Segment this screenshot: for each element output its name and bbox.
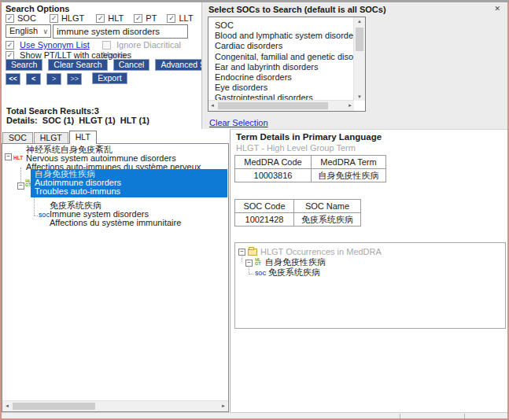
tree-node-hlt[interactable]: 神经系统自身免疫紊乱 Nervous system autoimmune dis…: [26, 146, 201, 171]
occurrences-soc-label[interactable]: 免疫系统疾病: [268, 267, 320, 277]
collapse-icon[interactable]: −: [5, 153, 12, 160]
scrollbar-thumb[interactable]: [218, 102, 328, 109]
scroll-left-icon[interactable]: ◄: [210, 103, 215, 108]
list-item[interactable]: Blood and lymphatic system disorders: [215, 31, 353, 41]
list-item[interactable]: Gastrointestinal disorders: [215, 93, 353, 100]
checkbox-checked-icon[interactable]: ✓: [6, 51, 14, 60]
search-buttons-row: Search Clear Search Cancel Advanced Sear…: [6, 59, 231, 71]
folder-icon: [248, 249, 257, 256]
soc-selection-panel: Select SOCs to Search (default is all SO…: [201, 2, 507, 129]
table-row: 10003816 自身免疫性疾病: [235, 169, 386, 182]
hlgt-icon-line2: GT: [255, 262, 261, 266]
tree-connector: [34, 197, 35, 216]
soc-panel-title: Select SOCs to Search (default is all SO…: [208, 5, 386, 14]
soc-code-table: SOC Code SOC Name 10021428 免疫系统疾病: [234, 199, 361, 227]
list-item[interactable]: Congenital, familial and genetic disorde…: [215, 52, 353, 62]
vertical-scrollbar[interactable]: ▲ ▼: [353, 17, 365, 101]
list-item[interactable]: Cardiac disorders: [215, 41, 353, 51]
scroll-left-icon[interactable]: ◄: [5, 403, 9, 408]
soc-code-cell: 10021428: [235, 213, 294, 227]
details-title: Term Details in Primary Language: [236, 132, 382, 142]
scroll-up-icon[interactable]: ▲: [354, 19, 365, 24]
cancel-button[interactable]: Cancel: [113, 59, 150, 71]
results-details-text: Details: SOC (1) HLGT (1) HLT (1): [6, 116, 149, 126]
list-item[interactable]: Endocrine disorders: [215, 72, 353, 83]
status-bar-divider: [464, 414, 465, 418]
checkbox-pt[interactable]: ✓PT: [134, 13, 157, 23]
checkbox-checked-icon[interactable]: ✓: [96, 14, 105, 23]
checkbox-unchecked-icon[interactable]: [102, 41, 111, 50]
next-page-button[interactable]: >: [46, 73, 61, 85]
language-selected-value: English: [9, 26, 38, 35]
chevron-down-icon: ∨: [42, 26, 48, 38]
tree-node-line[interactable]: Affections du système immunitaire: [50, 219, 181, 227]
tree-node-hlgt[interactable]: 自身免疫性疾病 Autoimmune disorders Troubles au…: [35, 170, 121, 196]
checkbox-llt[interactable]: ✓LLT: [167, 13, 193, 23]
status-bar-divider: [400, 414, 400, 418]
tree-connector: [34, 216, 38, 216]
soc-icon: SOC: [39, 212, 50, 218]
checkbox-soc[interactable]: ✓SOC: [6, 13, 36, 23]
tree-node-soc[interactable]: 免疫系统疾病 Immune system disorders Affection…: [50, 201, 181, 227]
scroll-right-icon[interactable]: ►: [221, 403, 226, 408]
meddra-term-cell: 自身免疫性疾病: [312, 169, 386, 182]
use-synonym-link[interactable]: Use Synonym List: [20, 40, 90, 50]
first-page-button[interactable]: <<: [6, 73, 20, 85]
hlgt-icon: HL GT: [255, 258, 261, 266]
scroll-right-icon[interactable]: ►: [348, 103, 352, 108]
last-page-button[interactable]: >>: [67, 73, 82, 85]
checkbox-hlgt[interactable]: ✓HLGT: [50, 13, 84, 23]
search-button[interactable]: Search: [6, 59, 42, 71]
meddra-code-cell: 10003816: [235, 169, 312, 182]
checkbox-checked-icon[interactable]: ✓: [6, 41, 14, 50]
checkbox-checked-icon[interactable]: ✓: [134, 14, 142, 23]
close-icon[interactable]: ✕: [494, 5, 500, 13]
hlt-icon: HLT: [13, 155, 23, 160]
column-header: SOC Name: [294, 200, 361, 213]
soc-list-rows: SOC Blood and lymphatic system disorders…: [209, 18, 353, 100]
column-header: MedDRA Term: [312, 156, 386, 169]
tree-horizontal-scrollbar[interactable]: ◄ ►: [2, 400, 228, 411]
list-item[interactable]: Ear and labyrinth disorders: [215, 62, 353, 72]
search-results-summary: Total Search Results:3 Details: SOC (1) …: [6, 107, 149, 125]
list-item[interactable]: Eye disorders: [215, 83, 353, 93]
prev-page-button[interactable]: <: [26, 73, 41, 85]
scrollbar-thumb[interactable]: [356, 28, 363, 51]
clear-search-button[interactable]: Clear Search: [48, 59, 107, 71]
occurrences-hlgt-label[interactable]: 自身免疫性疾病: [265, 257, 326, 267]
clear-selection-link[interactable]: Clear Selection: [209, 118, 268, 127]
checkbox-checked-icon[interactable]: ✓: [6, 14, 14, 23]
search-input[interactable]: immune system disorders: [53, 24, 188, 39]
soc-icon: SOC: [255, 271, 266, 276]
table-row: 10021428 免疫系统疾病: [235, 213, 361, 227]
checkbox-soc-label: SOC: [17, 13, 36, 23]
scroll-down-icon[interactable]: ▼: [354, 94, 365, 99]
details-subtitle: HLGT - High Level Group Term: [236, 143, 356, 153]
checkbox-hlt[interactable]: ✓HLT: [96, 13, 124, 23]
language-select[interactable]: English ∨: [6, 24, 51, 38]
selected-node-highlight[interactable]: 自身免疫性疾病 Autoimmune disorders Troubles au…: [31, 169, 227, 197]
tree-node-line[interactable]: Troubles auto-immuns: [35, 187, 121, 196]
collapse-icon[interactable]: −: [17, 182, 24, 190]
collapse-icon[interactable]: −: [238, 249, 245, 256]
term-details-panel: Term Details in Primary Language HLGT - …: [230, 129, 507, 412]
scrollbar-thumb[interactable]: [13, 403, 95, 410]
column-header: SOC Code: [235, 200, 294, 213]
total-results-text: Total Search Results:3: [6, 107, 149, 116]
result-tabs: SOC HLGT HLT: [2, 131, 98, 144]
collapse-icon[interactable]: −: [245, 260, 253, 267]
paging-buttons-row: << < > >> Export: [6, 72, 127, 85]
tab-hlgt[interactable]: HLGT: [34, 132, 68, 144]
export-button[interactable]: Export: [92, 72, 127, 84]
tab-soc[interactable]: SOC: [2, 132, 33, 144]
meddra-code-table: MedDRA Code MedDRA Term 10003816 自身免疫性疾病: [234, 155, 386, 182]
checkbox-llt-label: LLT: [179, 13, 193, 23]
occurrences-root-label[interactable]: HLGT Occurrences in MedDRA: [260, 247, 382, 256]
tab-hlt[interactable]: HLT: [69, 131, 97, 144]
soc-listbox[interactable]: SOC Blood and lymphatic system disorders…: [208, 17, 366, 112]
checkbox-checked-icon[interactable]: ✓: [50, 14, 58, 23]
level-checkbox-row: ✓SOC ✓HLGT ✓HLT ✓PT ✓LLT: [6, 13, 198, 23]
checkbox-checked-icon[interactable]: ✓: [167, 14, 175, 23]
horizontal-scrollbar[interactable]: ◄ ►: [208, 100, 354, 111]
status-bar: [2, 412, 507, 418]
